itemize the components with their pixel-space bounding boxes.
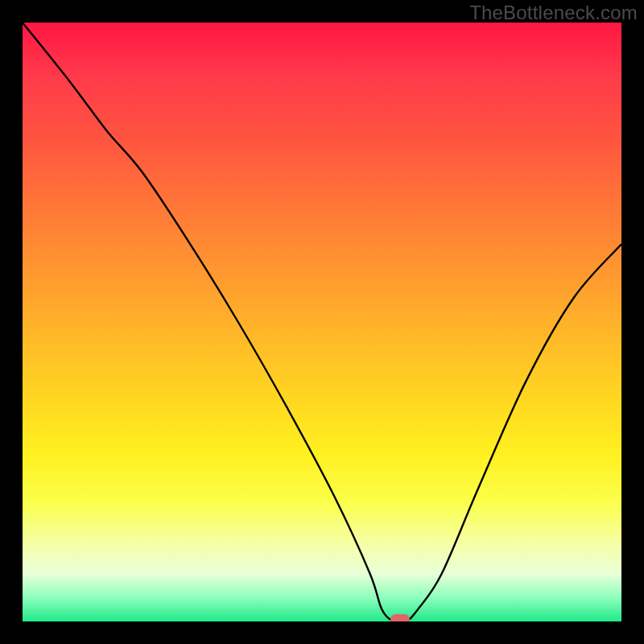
chart-frame: TheBottleneck.com — [0, 0, 644, 644]
plot-area — [23, 23, 621, 621]
watermark-text: TheBottleneck.com — [469, 2, 638, 24]
bottleneck-curve — [23, 23, 621, 621]
optimal-marker — [390, 614, 410, 621]
